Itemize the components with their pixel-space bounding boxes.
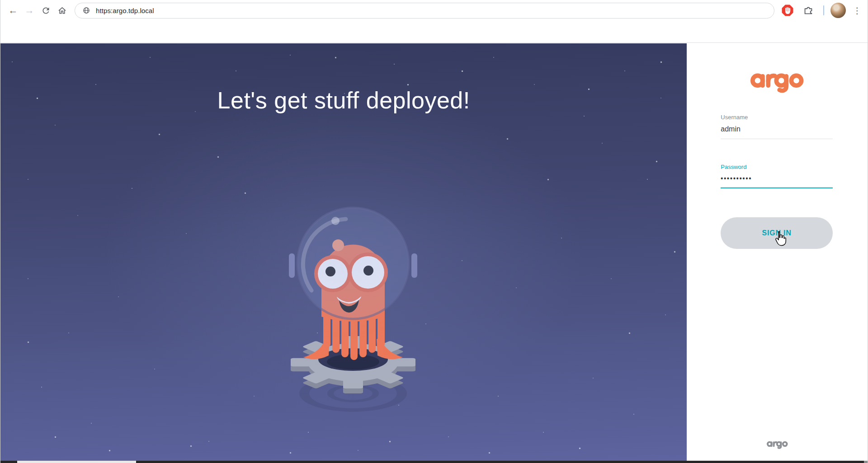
login-panel: Username Password SIGN IN bbox=[687, 43, 868, 461]
taskbar-right-edge bbox=[864, 461, 868, 463]
puzzle-piece-icon bbox=[802, 5, 814, 16]
back-button[interactable]: ← bbox=[5, 2, 21, 19]
taskbar-edge bbox=[0, 461, 868, 463]
page-content: Let's get stuff deployed! bbox=[0, 43, 868, 461]
globe-icon bbox=[82, 6, 90, 14]
adblock-extension-button[interactable] bbox=[781, 4, 794, 17]
hero-headline: Let's get stuff deployed! bbox=[0, 87, 687, 114]
username-field-group: Username bbox=[721, 114, 833, 139]
adblock-shield-hand-icon bbox=[781, 4, 794, 17]
forward-button[interactable]: → bbox=[21, 2, 38, 19]
username-label: Username bbox=[721, 114, 833, 121]
argo-footer-logo bbox=[766, 439, 788, 449]
extensions-button[interactable] bbox=[802, 4, 815, 17]
starfield-bright bbox=[0, 43, 2, 45]
browser-chrome: ← → https:argo.tdp.local bbox=[0, 0, 868, 43]
footer-brand bbox=[687, 439, 868, 449]
browser-window: ← → https:argo.tdp.local bbox=[0, 0, 868, 463]
reload-button[interactable] bbox=[38, 2, 54, 19]
home-button[interactable] bbox=[54, 2, 70, 19]
sign-in-button[interactable]: SIGN IN bbox=[721, 217, 833, 249]
browser-toolbar: ← → https:argo.tdp.local bbox=[0, 0, 868, 21]
reload-icon bbox=[41, 6, 51, 15]
taskbar-active-app-edge bbox=[17, 461, 136, 463]
browser-menu-button[interactable]: ⋮ bbox=[851, 3, 863, 18]
address-bar[interactable]: https:argo.tdp.local bbox=[75, 3, 774, 19]
url-text: https:argo.tdp.local bbox=[96, 7, 154, 14]
password-label: Password bbox=[721, 164, 833, 170]
profile-avatar[interactable] bbox=[830, 3, 846, 18]
hero-panel: Let's get stuff deployed! bbox=[0, 43, 687, 461]
argo-mascot-illustration bbox=[254, 160, 443, 416]
password-input[interactable] bbox=[721, 174, 833, 188]
username-input[interactable] bbox=[721, 124, 833, 139]
profile-divider bbox=[823, 5, 824, 15]
argo-logo bbox=[747, 67, 806, 93]
home-icon bbox=[57, 6, 67, 15]
starfield-dim bbox=[0, 43, 1, 44]
password-field-group: Password bbox=[721, 164, 833, 188]
